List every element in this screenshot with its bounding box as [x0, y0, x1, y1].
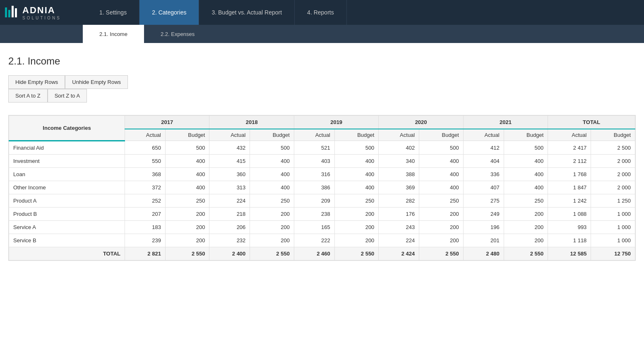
button-row-2: Sort A to Z Sort Z to A: [8, 89, 128, 103]
total-data-cell: 2 424: [379, 247, 419, 260]
svg-rect-2: [12, 6, 14, 17]
data-cell: 2 000: [591, 181, 635, 194]
button-group: Hide Empty Rows Unhide Empty Rows Sort A…: [8, 75, 128, 103]
data-cell: 200: [250, 234, 294, 247]
nav-tab-settings[interactable]: 1. Settings: [87, 0, 139, 25]
data-cell: 250: [334, 194, 379, 208]
year-2020-header: 2020: [379, 116, 463, 129]
total-label: TOTAL: [9, 247, 125, 260]
data-cell: 500: [250, 141, 294, 155]
data-cell: 1 768: [548, 168, 591, 181]
data-cell: 400: [419, 181, 464, 194]
category-cell: Product A: [9, 194, 125, 208]
data-cell: 183: [125, 221, 166, 234]
category-column-header: Income Categories: [9, 116, 125, 141]
data-cell: 275: [463, 194, 504, 208]
svg-rect-3: [15, 8, 17, 17]
data-cell: 400: [250, 155, 294, 168]
income-table-container: Income Categories 2017 2018 2019 2020 20…: [8, 115, 636, 261]
data-cell: 252: [125, 194, 166, 208]
top-header: ADNIA SOLUTIONS 1. Settings 2. Categorie…: [0, 0, 644, 25]
year-2021-header: 2021: [463, 116, 548, 129]
data-cell: 360: [209, 168, 250, 181]
total-data-cell: 12 750: [591, 247, 635, 260]
nav-tab-budget-report[interactable]: 3. Budget vs. Actual Report: [199, 0, 295, 25]
data-cell: 209: [294, 194, 334, 208]
total-data-cell: 2 821: [125, 247, 166, 260]
total-budget-header: Budget: [591, 129, 635, 141]
data-cell: 415: [209, 155, 250, 168]
2019-budget-header: Budget: [334, 129, 379, 141]
data-cell: 200: [334, 208, 379, 221]
data-cell: 400: [165, 181, 209, 194]
data-cell: 2 000: [591, 168, 635, 181]
data-cell: 400: [419, 155, 464, 168]
data-cell: 200: [419, 208, 464, 221]
total-data-cell: 2 550: [165, 247, 209, 260]
data-cell: 250: [504, 194, 548, 208]
data-cell: 176: [379, 208, 419, 221]
data-cell: 200: [334, 234, 379, 247]
nav-tab-reports[interactable]: 4. Reports: [295, 0, 347, 25]
data-cell: 200: [504, 221, 548, 234]
data-cell: 407: [463, 181, 504, 194]
data-cell: 1 000: [591, 234, 635, 247]
data-cell: 239: [125, 234, 166, 247]
2021-budget-header: Budget: [504, 129, 548, 141]
data-cell: 400: [165, 155, 209, 168]
data-cell: 249: [463, 208, 504, 221]
data-cell: 1 088: [548, 208, 591, 221]
data-cell: 201: [463, 234, 504, 247]
year-2019-header: 2019: [294, 116, 378, 129]
table-row: Investment550400415400403400340400404400…: [9, 155, 635, 168]
unhide-empty-rows-button[interactable]: Unhide Empty Rows: [65, 75, 128, 89]
sub-tab-income[interactable]: 2.1. Income: [83, 25, 144, 43]
data-cell: 2 417: [548, 141, 591, 155]
total-data-cell: 2 550: [504, 247, 548, 260]
table-row: Financial Aid650500432500521500402500412…: [9, 141, 635, 155]
button-row-1: Hide Empty Rows Unhide Empty Rows: [8, 75, 128, 89]
sort-z-to-a-button[interactable]: Sort Z to A: [48, 89, 87, 103]
data-cell: 400: [334, 155, 379, 168]
logo-text: ADNIA: [22, 5, 55, 15]
2021-actual-header: Actual: [463, 129, 504, 141]
data-cell: 500: [165, 141, 209, 155]
data-cell: 550: [125, 155, 166, 168]
2020-actual-header: Actual: [379, 129, 419, 141]
2018-actual-header: Actual: [209, 129, 250, 141]
total-header: TOTAL: [548, 116, 635, 129]
data-cell: 2 000: [591, 155, 635, 168]
data-cell: 400: [250, 181, 294, 194]
nav-tab-categories[interactable]: 2. Categories: [139, 0, 199, 25]
table-row: Service A1832002062001652002432001962009…: [9, 221, 635, 234]
hide-empty-rows-button[interactable]: Hide Empty Rows: [8, 75, 65, 89]
data-cell: 500: [504, 141, 548, 155]
data-cell: 500: [419, 141, 464, 155]
table-row: Loan3684003604003164003884003364001 7682…: [9, 168, 635, 181]
sub-tab-expenses[interactable]: 2.2. Expenses: [144, 25, 211, 43]
total-data-cell: 2 460: [294, 247, 334, 260]
data-cell: 336: [463, 168, 504, 181]
category-cell: Service B: [9, 234, 125, 247]
svg-rect-0: [5, 7, 7, 17]
data-cell: 340: [379, 155, 419, 168]
data-cell: 224: [209, 194, 250, 208]
category-cell: Service A: [9, 221, 125, 234]
main-content: 2.1. Income Hide Empty Rows Unhide Empty…: [0, 43, 644, 273]
data-cell: 200: [250, 208, 294, 221]
data-cell: 200: [504, 208, 548, 221]
sort-a-to-z-button[interactable]: Sort A to Z: [8, 89, 48, 103]
data-cell: 222: [294, 234, 334, 247]
data-cell: 400: [334, 168, 379, 181]
total-data-cell: 2 550: [334, 247, 379, 260]
data-cell: 404: [463, 155, 504, 168]
data-cell: 224: [379, 234, 419, 247]
data-cell: 1 242: [548, 194, 591, 208]
data-cell: 200: [250, 221, 294, 234]
2019-actual-header: Actual: [294, 129, 334, 141]
table-row: Other Income3724003134003864003694004074…: [9, 181, 635, 194]
data-cell: 388: [379, 168, 419, 181]
data-cell: 200: [419, 234, 464, 247]
total-data-cell: 12 585: [548, 247, 591, 260]
category-cell: Loan: [9, 168, 125, 181]
